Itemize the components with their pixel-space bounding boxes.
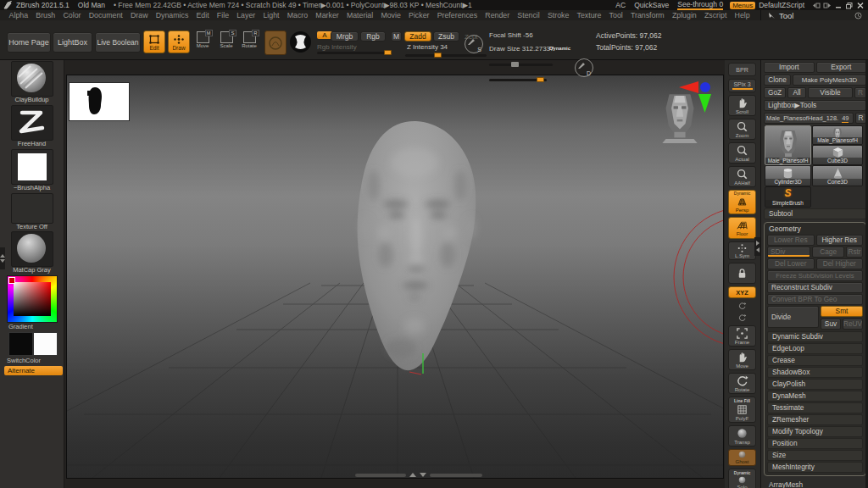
- menu-item-picker[interactable]: Picker: [404, 11, 433, 19]
- document-preview[interactable]: [69, 82, 130, 121]
- menu-item-file[interactable]: File: [213, 11, 232, 19]
- move-canvas-button[interactable]: Move: [728, 349, 756, 370]
- menu-item-edit[interactable]: Edit: [192, 11, 213, 19]
- tool-thumb-cone3d[interactable]: Cone3D: [812, 165, 863, 186]
- section-bar-zremesher[interactable]: ZRemesher: [767, 414, 863, 425]
- scroll-docs-right-icon[interactable]: [823, 2, 832, 9]
- section-bar-edgeloop[interactable]: EdgeLoop: [767, 343, 863, 354]
- divide-button[interactable]: Divide: [767, 306, 819, 328]
- section-bar-position[interactable]: Position: [767, 438, 863, 449]
- menu-item-movie[interactable]: Movie: [377, 11, 405, 19]
- geometry-section-title[interactable]: Geometry: [769, 225, 863, 233]
- home-page-button[interactable]: Home Page: [7, 32, 51, 53]
- dynamic-draw-size-label[interactable]: Dynamic: [549, 46, 570, 51]
- dynamic-mode-button[interactable]: D: [575, 58, 593, 77]
- reuv-button[interactable]: ReUV: [843, 319, 863, 330]
- m-toggle[interactable]: M: [391, 31, 402, 42]
- material-selector[interactable]: [11, 231, 53, 267]
- section-bar-crease[interactable]: Crease: [767, 355, 863, 366]
- scroll-down-arrow-icon[interactable]: [420, 473, 426, 477]
- rotate-canvas-button[interactable]: Rotate: [728, 373, 756, 394]
- draw-mode-button[interactable]: Draw: [168, 30, 190, 53]
- sculpting-canvas[interactable]: [66, 75, 724, 479]
- suv-toggle[interactable]: Suv: [821, 319, 841, 330]
- section-bar-dynamesh[interactable]: DynaMesh: [767, 391, 863, 402]
- convert-bpr-to-geo-button[interactable]: Convert BPR To Geo: [767, 294, 863, 305]
- goz-r-button[interactable]: R: [854, 87, 866, 98]
- lower-res-button[interactable]: Lower Res: [767, 235, 815, 246]
- smt-toggle[interactable]: Smt: [821, 306, 863, 317]
- menu-item-transform[interactable]: Transform: [626, 11, 668, 19]
- clone-button[interactable]: Clone: [764, 75, 791, 86]
- scroll-up-arrow-icon[interactable]: [409, 473, 416, 477]
- alpha-selector[interactable]: [11, 149, 53, 185]
- menu-item-render[interactable]: Render: [481, 11, 514, 19]
- active-tool-slot[interactable]: Male_PlanesofHead_128. 49: [764, 113, 854, 124]
- mrgb-toggle[interactable]: Mrgb: [331, 31, 359, 42]
- sculpt-mesh[interactable]: [358, 121, 476, 370]
- polyframe-toggle[interactable]: Line FillPolyF: [728, 396, 756, 423]
- z-intensity-slider[interactable]: [405, 54, 487, 57]
- goz-all-button[interactable]: All: [787, 87, 806, 98]
- section-bar-modify-topology[interactable]: Modify Topology: [767, 426, 863, 437]
- gizmo-lock-button[interactable]: [728, 263, 756, 284]
- zadd-toggle[interactable]: Zadd: [404, 31, 431, 42]
- scale-mode-button[interactable]: S Scale: [215, 31, 237, 48]
- stroke-selector[interactable]: [11, 105, 53, 141]
- section-bar-tessimate[interactable]: Tessimate: [767, 402, 863, 413]
- menu-item-brush[interactable]: Brush: [32, 11, 59, 19]
- default-zscript-button[interactable]: DefaultZScript: [759, 1, 804, 9]
- scroll-button[interactable]: Scroll: [728, 95, 756, 116]
- rotate-mode-button[interactable]: R Rotate: [238, 31, 260, 48]
- menu-item-texture[interactable]: Texture: [573, 11, 605, 19]
- menu-item-zplugin[interactable]: Zplugin: [668, 11, 700, 19]
- ghost-toggle[interactable]: Ghost: [728, 449, 756, 466]
- tool-thumb-simplebrush[interactable]: S SimpleBrush: [765, 186, 811, 208]
- draw-size-slider[interactable]: [489, 79, 547, 81]
- section-bar-size[interactable]: Size: [767, 450, 863, 461]
- menu-item-macro[interactable]: Macro: [283, 11, 312, 19]
- aahalf-button[interactable]: AAHalf: [728, 166, 756, 187]
- reconstruct-subdiv-button[interactable]: Reconstruct Subdiv: [767, 282, 863, 293]
- focal-shift-slider[interactable]: [489, 64, 553, 66]
- menus-toggle[interactable]: Menus: [730, 2, 755, 9]
- lightbox-button[interactable]: LightBox: [53, 32, 92, 53]
- make-polymesh3d-button[interactable]: Make PolyMesh3D: [793, 75, 866, 86]
- bpr-button[interactable]: BPR: [728, 63, 756, 76]
- sdiv-slider[interactable]: SDiv: [767, 247, 810, 258]
- menu-item-marker[interactable]: Marker: [312, 11, 343, 19]
- switch-color-button[interactable]: SwitchColor: [0, 357, 70, 364]
- sculptris-pro-button[interactable]: S: [465, 35, 483, 53]
- menu-item-color[interactable]: Color: [59, 11, 85, 19]
- minimize-button[interactable]: [834, 2, 843, 9]
- scroll-docs-left-icon[interactable]: [812, 2, 821, 9]
- tool-thumb-active-head[interactable]: Male_PlanesofH: [765, 125, 811, 165]
- scroll-thumb-left[interactable]: [355, 474, 406, 477]
- scroll-thumb-right[interactable]: [430, 474, 482, 477]
- section-bar-claypolish[interactable]: ClayPolish: [767, 379, 863, 390]
- floor-toggle[interactable]: Floor: [728, 217, 756, 239]
- right-tray-divider[interactable]: [754, 237, 760, 256]
- menu-item-zscript[interactable]: Zscript: [700, 11, 731, 19]
- del-higher-button[interactable]: Del Higher: [816, 258, 864, 269]
- menu-item-draw[interactable]: Draw: [126, 11, 152, 19]
- spix-slider[interactable]: SPix 3: [728, 79, 756, 92]
- axis-constraint-2-button[interactable]: [728, 313, 756, 323]
- menu-item-stroke[interactable]: Stroke: [543, 11, 573, 19]
- del-lower-button[interactable]: Del Lower: [767, 258, 815, 269]
- brush-selector[interactable]: [11, 61, 53, 97]
- menu-item-alpha[interactable]: Alpha: [5, 11, 32, 19]
- freeze-subdivision-button[interactable]: Freeze SubDivision Levels: [767, 270, 863, 281]
- canvas-h-scrollbar[interactable]: [355, 472, 499, 478]
- tool-thumb-cylinder3d[interactable]: Cylinder3D: [765, 165, 811, 186]
- goz-button[interactable]: GoZ: [764, 87, 786, 98]
- cage-button[interactable]: Cage: [812, 247, 844, 258]
- restore-button[interactable]: [845, 2, 854, 9]
- ac-toggle[interactable]: AC: [615, 1, 626, 9]
- menu-item-help[interactable]: Help: [731, 11, 754, 19]
- subtool-section-bar[interactable]: Subtool: [764, 208, 866, 219]
- rgb-toggle[interactable]: Rgb: [360, 31, 386, 42]
- live-boolean-button[interactable]: Live Boolean: [95, 32, 141, 53]
- menu-item-stencil[interactable]: Stencil: [514, 11, 544, 19]
- export-button[interactable]: Export: [816, 62, 867, 73]
